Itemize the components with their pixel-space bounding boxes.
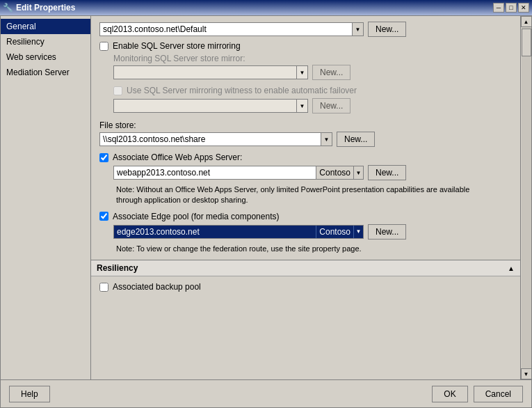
backup-pool-checkbox[interactable]: [99, 283, 108, 292]
edge-pool-group: Associate Edge pool (for media component…: [99, 212, 512, 254]
dialog-icon: 🔧: [3, 3, 13, 13]
file-store-group: File store: \\sql2013.contoso.net\share …: [99, 120, 512, 147]
monitoring-label: Monitoring SQL Server store mirror:: [113, 54, 512, 63]
resiliency-collapse-button[interactable]: ▲: [508, 265, 515, 272]
scrollbar-track[interactable]: [522, 27, 531, 368]
scrollbar-up-arrow[interactable]: ▲: [521, 16, 532, 27]
sql-server-row: sql2013.contoso.net\Default ▼ New...: [99, 22, 512, 37]
file-store-dropdown-wrapper: \\sql2013.contoso.net\share ▼: [99, 132, 332, 146]
file-store-dropdown-field[interactable]: \\sql2013.contoso.net\share: [99, 132, 321, 146]
office-web-apps-value: webapp2013.contoso.net: [114, 167, 316, 178]
file-store-row: \\sql2013.contoso.net\share ▼ New...: [99, 132, 512, 147]
witness-checkbox[interactable]: [113, 86, 122, 95]
edge-pool-check-row: Associate Edge pool (for media component…: [99, 212, 512, 221]
scrollbar-thumb[interactable]: [522, 29, 531, 56]
witness-new-button[interactable]: New...: [312, 98, 350, 113]
sql-new-button[interactable]: New...: [368, 22, 406, 37]
resiliency-divider: Resiliency ▲: [91, 260, 520, 276]
enable-mirroring-label: Enable SQL Server store mirroring: [113, 41, 241, 51]
edge-pool-label: Associate Edge pool (for media component…: [113, 212, 279, 221]
bottom-right-buttons: OK Cancel: [432, 386, 523, 402]
monitoring-dropdown-wrapper: ▼: [113, 65, 308, 79]
close-button[interactable]: ✕: [518, 3, 529, 13]
office-web-apps-note: Note: Without an Office Web Apps Server,…: [116, 185, 478, 206]
file-store-dropdown-arrow[interactable]: ▼: [321, 132, 332, 146]
edge-pool-dropdown-row: edge2013.contoso.net Contoso ▼ New...: [113, 224, 512, 240]
help-button[interactable]: Help: [9, 386, 50, 402]
office-web-apps-checkbox[interactable]: [99, 153, 108, 162]
dialog-body: General Resiliency Web services Mediatio…: [1, 16, 531, 379]
monitoring-mirror-group: Monitoring SQL Server store mirror: ▼ Ne…: [113, 54, 512, 80]
file-store-label: File store:: [99, 120, 512, 130]
office-web-apps-dropdown[interactable]: webapp2013.contoso.net Contoso ▼: [113, 166, 364, 180]
witness-dropdown-wrapper: ▼: [113, 99, 308, 113]
office-web-apps-dropdown-row: webapp2013.contoso.net Contoso ▼ New...: [113, 165, 512, 180]
witness-dropdown-field[interactable]: [113, 99, 297, 113]
office-web-apps-label: Associate Office Web Apps Server:: [113, 152, 242, 162]
file-store-new-button[interactable]: New...: [337, 132, 375, 147]
edge-pool-new-button[interactable]: New...: [368, 224, 406, 240]
edge-pool-dropdown-arrow[interactable]: ▼: [353, 226, 363, 238]
sql-dropdown-wrapper: sql2013.contoso.net\Default ▼: [99, 22, 364, 36]
title-bar-controls: ─ □ ✕: [493, 3, 529, 13]
scrollbar-down-arrow[interactable]: ▼: [521, 368, 532, 379]
content-area: sql2013.contoso.net\Default ▼ New... Ena…: [91, 16, 520, 379]
ok-button[interactable]: OK: [432, 386, 467, 402]
monitoring-dropdown-arrow[interactable]: ▼: [297, 65, 308, 79]
title-bar: 🔧 Edit Properties ─ □ ✕: [0, 0, 532, 15]
sql-dropdown-arrow[interactable]: ▼: [353, 22, 364, 36]
resiliency-title: Resiliency: [97, 263, 138, 273]
office-web-apps-group: Associate Office Web Apps Server: webapp…: [99, 152, 512, 206]
witness-dropdown-arrow[interactable]: ▼: [297, 99, 308, 113]
nav-item-resiliency[interactable]: Resiliency: [1, 34, 90, 49]
edge-pool-checkbox[interactable]: [99, 212, 108, 221]
edge-pool-dropdown[interactable]: edge2013.contoso.net Contoso ▼: [113, 225, 364, 239]
backup-pool-label: Associated backup pool: [113, 282, 201, 292]
monitoring-dropdown-field[interactable]: [113, 65, 297, 79]
office-web-apps-new-button[interactable]: New...: [368, 165, 406, 180]
enable-mirroring-row: Enable SQL Server store mirroring: [99, 41, 512, 51]
title-bar-title: 🔧 Edit Properties: [3, 3, 75, 13]
witness-checkbox-row: Use SQL Server mirroring witness to enab…: [113, 86, 512, 95]
edge-pool-note: Note: To view or change the federation r…: [116, 244, 478, 254]
nav-item-web-services[interactable]: Web services: [1, 49, 90, 65]
edge-pool-server-label: Contoso: [316, 226, 353, 238]
edge-pool-value: edge2013.contoso.net: [114, 226, 316, 237]
witness-dropdown-row: ▼ New...: [113, 98, 512, 113]
nav-item-general[interactable]: General: [1, 19, 90, 34]
office-web-apps-dropdown-arrow[interactable]: ▼: [353, 166, 363, 179]
enable-mirroring-checkbox[interactable]: [99, 42, 108, 51]
sql-dropdown-field[interactable]: sql2013.contoso.net\Default: [99, 22, 353, 36]
dialog: General Resiliency Web services Mediatio…: [0, 15, 532, 408]
nav-item-mediation-server[interactable]: Mediation Server: [1, 65, 90, 80]
bottom-bar: Help OK Cancel: [1, 379, 531, 407]
monitoring-mirror-row: ▼ New...: [113, 65, 512, 80]
office-web-apps-server-label: Contoso: [316, 166, 353, 179]
cancel-button[interactable]: Cancel: [474, 386, 523, 402]
nav-panel: General Resiliency Web services Mediatio…: [1, 16, 91, 379]
maximize-button[interactable]: □: [506, 3, 517, 13]
minimize-button[interactable]: ─: [493, 3, 504, 13]
office-web-apps-check-row: Associate Office Web Apps Server:: [99, 152, 512, 162]
monitoring-new-button[interactable]: New...: [312, 65, 350, 80]
witness-label: Use SQL Server mirroring witness to enab…: [127, 86, 357, 95]
backup-pool-row: Associated backup pool: [99, 282, 512, 292]
scrollbar[interactable]: ▲ ▼: [520, 16, 531, 379]
